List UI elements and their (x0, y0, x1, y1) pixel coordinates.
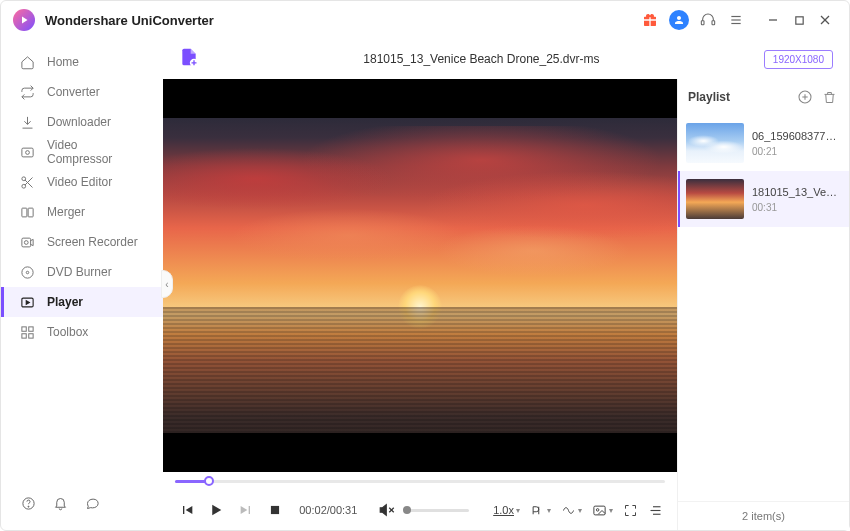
svg-rect-26 (28, 333, 32, 337)
feedback-icon[interactable] (83, 494, 101, 512)
app-title: Wondershare UniConverter (45, 13, 214, 28)
home-icon (19, 54, 35, 70)
disc-icon (19, 264, 35, 280)
converter-icon (19, 84, 35, 100)
svg-point-19 (21, 266, 32, 277)
sidebar-item-recorder[interactable]: Screen Recorder (1, 227, 163, 257)
volume-slider[interactable] (407, 509, 469, 512)
svg-rect-0 (701, 21, 704, 25)
user-account-icon[interactable] (669, 10, 689, 30)
playlist-count: 2 item(s) (678, 501, 849, 530)
playlist-item-duration: 00:21 (752, 146, 841, 157)
sidebar-item-label: Merger (47, 205, 85, 219)
playlist-toggle-button[interactable] (648, 503, 663, 518)
sidebar-item-editor[interactable]: Video Editor (1, 167, 163, 197)
playlist-item-duration: 00:31 (752, 202, 841, 213)
sidebar-item-converter[interactable]: Converter (1, 77, 163, 107)
video-viewport[interactable] (163, 79, 677, 472)
playback-controls: 00:02/00:31 1.0x▾ ▾ ▾ ▾ (163, 490, 677, 530)
svg-rect-23 (21, 326, 25, 330)
player-icon (19, 294, 35, 310)
current-file-title: 181015_13_Venice Beach Drone_25.dvr-ms (199, 52, 764, 66)
sidebar-item-label: Toolbox (47, 325, 88, 339)
svg-point-20 (26, 271, 29, 274)
playlist-item[interactable]: 181015_13_Venic... 00:31 (678, 171, 849, 227)
app-logo (13, 9, 35, 31)
sidebar-item-label: Home (47, 55, 79, 69)
playlist-panel: Playlist 06_1596083776.d... 00:21 (677, 79, 849, 530)
screenshot-control[interactable]: ▾ (592, 503, 613, 518)
svg-point-10 (25, 150, 29, 154)
timecode: 00:02/00:31 (299, 504, 357, 516)
sidebar-item-home[interactable]: Home (1, 47, 163, 77)
close-button[interactable] (813, 8, 837, 32)
sidebar-item-dvd[interactable]: DVD Burner (1, 257, 163, 287)
playlist-item[interactable]: 06_1596083776.d... 00:21 (678, 115, 849, 171)
sidebar-item-merger[interactable]: Merger (1, 197, 163, 227)
svg-point-28 (28, 506, 29, 507)
playlist-delete-button[interactable] (819, 87, 839, 107)
sidebar-item-downloader[interactable]: Downloader (1, 107, 163, 137)
play-button[interactable] (207, 499, 227, 521)
merger-icon (19, 204, 35, 220)
audio-track-control[interactable]: ▾ (561, 503, 582, 518)
menu-icon[interactable] (727, 11, 745, 29)
sidebar-item-compressor[interactable]: Video Compressor (1, 137, 163, 167)
sidebar-item-label: Video Editor (47, 175, 112, 189)
svg-rect-15 (21, 208, 26, 217)
sidebar-item-label: DVD Burner (47, 265, 112, 279)
next-button[interactable] (236, 499, 256, 521)
compressor-icon (19, 144, 35, 160)
svg-rect-17 (21, 238, 30, 247)
playlist-add-button[interactable] (795, 87, 815, 107)
content-header: 181015_13_Venice Beach Drone_25.dvr-ms 1… (163, 39, 849, 79)
sidebar-item-label: Video Compressor (47, 138, 145, 166)
subtitle-control[interactable]: ▾ (530, 503, 551, 518)
svg-rect-16 (28, 208, 33, 217)
svg-point-34 (596, 508, 599, 511)
playlist-thumbnail (686, 179, 744, 219)
stop-button[interactable] (266, 499, 286, 521)
svg-rect-1 (712, 21, 715, 25)
svg-rect-9 (21, 148, 32, 157)
svg-point-18 (24, 240, 28, 244)
svg-rect-30 (271, 506, 279, 514)
svg-marker-22 (26, 300, 29, 304)
titlebar: Wondershare UniConverter (1, 1, 849, 39)
scissors-icon (19, 174, 35, 190)
svg-rect-6 (795, 16, 802, 23)
fullscreen-button[interactable] (623, 503, 638, 518)
sidebar-item-toolbox[interactable]: Toolbox (1, 317, 163, 347)
toolbox-icon (19, 324, 35, 340)
sidebar: Home Converter Downloader Video Compress… (1, 39, 163, 530)
download-icon (19, 114, 35, 130)
sidebar-item-label: Converter (47, 85, 100, 99)
resolution-badge[interactable]: 1920X1080 (764, 50, 833, 69)
add-file-icon[interactable] (179, 47, 199, 71)
playlist-thumbnail (686, 123, 744, 163)
speed-control[interactable]: 1.0x▾ (493, 504, 520, 516)
playlist-heading: Playlist (688, 90, 730, 104)
sidebar-item-player[interactable]: Player (1, 287, 163, 317)
gift-icon[interactable] (641, 11, 659, 29)
playlist-item-name: 06_1596083776.d... (752, 130, 841, 142)
previous-button[interactable] (177, 499, 197, 521)
svg-rect-25 (21, 333, 25, 337)
help-icon[interactable] (19, 494, 37, 512)
playlist-item-name: 181015_13_Venic... (752, 186, 841, 198)
mute-button[interactable] (377, 499, 397, 521)
minimize-button[interactable] (761, 8, 785, 32)
support-icon[interactable] (699, 11, 717, 29)
progress-bar[interactable] (163, 472, 677, 490)
svg-rect-24 (28, 326, 32, 330)
recorder-icon (19, 234, 35, 250)
sidebar-item-label: Player (47, 295, 83, 309)
notification-icon[interactable] (51, 494, 69, 512)
sidebar-item-label: Screen Recorder (47, 235, 138, 249)
maximize-button[interactable] (787, 8, 811, 32)
sidebar-item-label: Downloader (47, 115, 111, 129)
